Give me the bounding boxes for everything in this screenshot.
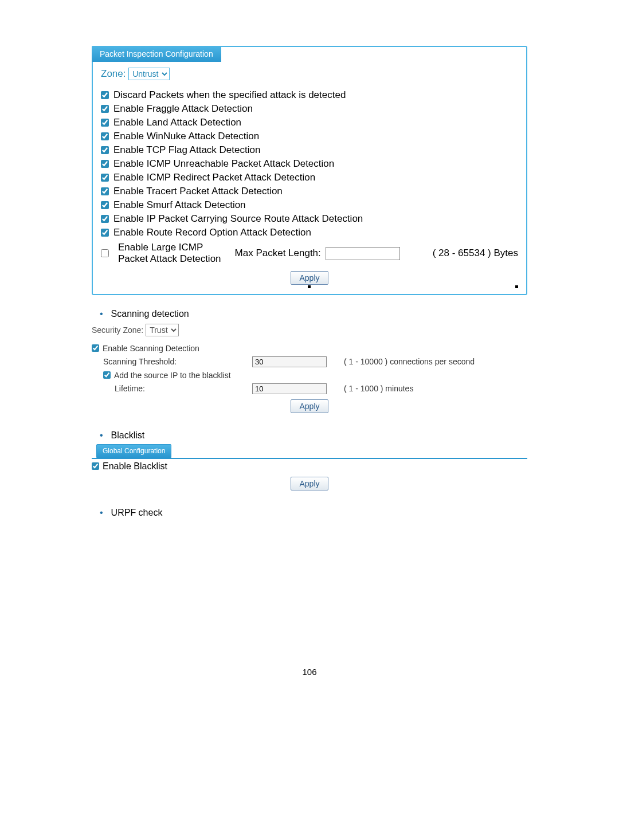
enable-scanning-row: Enable Scanning Detection — [92, 342, 527, 355]
pi-option-checkbox[interactable] — [101, 229, 109, 237]
pi-option-checkbox[interactable] — [101, 201, 109, 209]
page-number: 106 — [92, 667, 527, 677]
max-packet-length-input[interactable] — [326, 247, 400, 260]
scanning-apply-button[interactable]: Apply — [291, 399, 328, 413]
pi-option-row: Discard Packets when the specified attac… — [101, 88, 518, 102]
lifetime-label: Lifetime: — [115, 384, 252, 393]
pi-option-row: Enable Land Attack Detection — [101, 116, 518, 129]
blacklist-apply-button[interactable]: Apply — [291, 477, 328, 490]
pi-option-row: Enable TCP Flag Attack Detection — [101, 143, 518, 157]
enable-scanning-label: Enable Scanning Detection — [103, 344, 252, 353]
large-icmp-checkbox[interactable] — [101, 249, 109, 257]
scanning-threshold-range: ( 1 - 10000 ) connections per second — [344, 357, 475, 366]
scanning-threshold-row: Scanning Threshold: ( 1 - 10000 ) connec… — [92, 355, 527, 369]
scanning-options: Enable Scanning Detection Scanning Thres… — [92, 342, 527, 417]
pi-option-row: Enable Fraggle Attack Detection — [101, 102, 518, 116]
enable-blacklist-checkbox[interactable] — [92, 462, 99, 470]
zone-row: Zone: Untrust — [101, 68, 518, 80]
pi-option-row: Enable Smurf Attack Detection — [101, 198, 518, 212]
scanning-heading: Scanning detection — [100, 309, 527, 319]
pi-option-row: Enable IP Packet Carrying Source Route A… — [101, 212, 518, 226]
blacklist-section: Blacklist — [92, 430, 527, 441]
pi-option-label: Enable Fraggle Attack Detection — [113, 103, 253, 115]
blacklist-source-row: Add the source IP to the blacklist — [92, 369, 527, 382]
pi-option-row: Enable ICMP Redirect Packet Attack Detec… — [101, 171, 518, 185]
pi-option-label: Enable IP Packet Carrying Source Route A… — [113, 213, 363, 225]
pi-option-label: Enable Smurf Attack Detection — [113, 199, 246, 211]
pi-option-label: Enable Land Attack Detection — [113, 117, 241, 128]
enable-blacklist-label: Enable Blacklist — [103, 461, 167, 472]
pi-option-checkbox[interactable] — [101, 119, 109, 127]
pi-option-checkbox[interactable] — [101, 105, 109, 113]
pi-option-label: Enable Route Record Option Attack Detect… — [113, 227, 311, 238]
blacklist-source-label: Add the source IP to the blacklist — [114, 371, 263, 380]
pi-option-label: Enable TCP Flag Attack Detection — [113, 144, 260, 156]
scanning-apply-row: Apply — [92, 396, 527, 417]
blacklist-apply-row: Apply — [92, 473, 527, 494]
pi-option-checkbox[interactable] — [101, 187, 109, 195]
pi-option-checkbox[interactable] — [101, 91, 109, 99]
scanning-threshold-label: Scanning Threshold: — [103, 357, 252, 366]
pi-option-label: Enable ICMP Redirect Packet Attack Detec… — [113, 172, 315, 183]
pi-option-checkbox[interactable] — [101, 146, 109, 154]
blacklist-source-checkbox[interactable] — [103, 371, 111, 379]
zone-label: Zone: — [101, 68, 126, 79]
pi-option-checkbox[interactable] — [101, 132, 109, 140]
pi-option-checkbox[interactable] — [101, 160, 109, 168]
global-config-tab: Global Configuration — [96, 444, 171, 458]
pi-option-label: Discard Packets when the specified attac… — [113, 89, 346, 101]
pi-option-row: Enable ICMP Unreachable Packet Attack De… — [101, 157, 518, 171]
security-zone-label: Security Zone: — [92, 325, 143, 335]
pi-option-label: Enable ICMP Unreachable Packet Attack De… — [113, 158, 334, 170]
blacklist-heading: Blacklist — [100, 430, 527, 441]
zone-select[interactable]: Untrust — [128, 68, 170, 80]
lifetime-row: Lifetime: ( 1 - 1000 ) minutes — [92, 382, 527, 396]
max-packet-length-label: Max Packet Length: — [235, 248, 321, 259]
apply-button[interactable]: Apply — [291, 271, 328, 285]
pi-option-row: Enable Tracert Packet Attack Detection — [101, 185, 518, 198]
pi-option-checkbox[interactable] — [101, 215, 109, 223]
max-packet-length-range: ( 28 - 65534 ) Bytes — [433, 248, 518, 259]
pi-option-label: Enable WinNuke Attack Detection — [113, 131, 259, 142]
pi-option-label: Enable Tracert Packet Attack Detection — [113, 186, 283, 197]
apply-row: Apply — [101, 268, 518, 288]
blacklist-panel-wrap: Global Configuration Enable Blacklist Ap… — [92, 445, 527, 494]
lifetime-input[interactable] — [252, 383, 327, 394]
security-zone-row: Security Zone: Trust — [92, 324, 527, 336]
lifetime-range: ( 1 - 1000 ) minutes — [344, 384, 413, 393]
enable-blacklist-row: Enable Blacklist — [92, 459, 527, 473]
urpf-heading: URPF check — [100, 508, 527, 518]
packet-inspection-panel: Packet Inspection Configuration Zone: Un… — [92, 46, 527, 295]
scanning-section: Scanning detection — [92, 309, 527, 319]
large-icmp-row: Enable Large ICMP Packet Attack Detectio… — [101, 240, 518, 268]
enable-scanning-checkbox[interactable] — [92, 344, 99, 352]
pi-option-row: Enable Route Record Option Attack Detect… — [101, 226, 518, 240]
pi-option-checkbox[interactable] — [101, 174, 109, 182]
urpf-section: URPF check — [92, 508, 527, 518]
security-zone-select[interactable]: Trust — [146, 324, 179, 336]
packet-inspection-tab: Packet Inspection Configuration — [92, 46, 221, 62]
large-icmp-label: Enable Large ICMP Packet Attack Detectio… — [118, 242, 221, 265]
scanning-threshold-input[interactable] — [252, 356, 327, 367]
packet-inspection-options: Discard Packets when the specified attac… — [101, 88, 518, 240]
pi-option-row: Enable WinNuke Attack Detection — [101, 129, 518, 143]
